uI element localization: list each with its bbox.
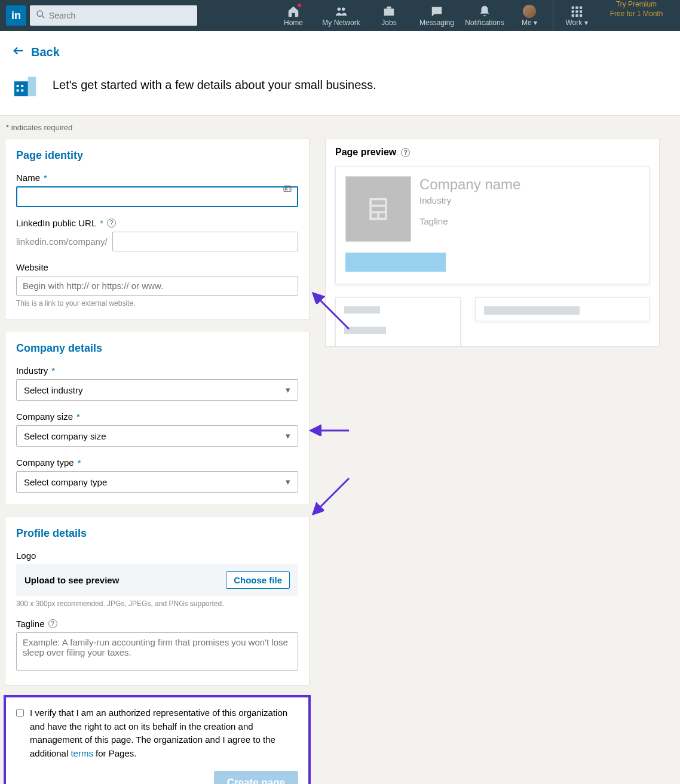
nav-label: Me ▾ bbox=[522, 19, 537, 27]
size-label: Company size * bbox=[16, 411, 298, 422]
chevron-down-icon: ▾ bbox=[286, 431, 290, 441]
back-row: Back bbox=[0, 31, 680, 71]
logo-hint: 300 x 300px recommended. JPGs, JPEGs, an… bbox=[16, 599, 298, 608]
preview-logo-placeholder bbox=[345, 176, 411, 242]
svg-rect-18 bbox=[21, 85, 23, 87]
nav-label: Messaging bbox=[419, 19, 454, 27]
help-icon[interactable]: ? bbox=[48, 619, 57, 628]
header-band: Let's get started with a few details abo… bbox=[0, 71, 680, 116]
svg-point-2 bbox=[338, 7, 341, 10]
nav-label: Work ▾ bbox=[565, 19, 587, 27]
svg-rect-19 bbox=[17, 90, 19, 92]
business-icon bbox=[12, 71, 39, 99]
size-select[interactable]: Select company size▾ bbox=[16, 425, 298, 447]
svg-point-22 bbox=[286, 187, 287, 189]
tagline-label: Tagline ? bbox=[16, 619, 298, 629]
card-company-details: Company details Industry * Select indust… bbox=[5, 331, 310, 505]
chevron-down-icon: ▾ bbox=[286, 476, 290, 487]
notification-dot-icon bbox=[297, 3, 302, 8]
svg-rect-5 bbox=[572, 6, 574, 8]
search-wrap bbox=[30, 5, 197, 26]
contact-card-icon bbox=[283, 184, 292, 196]
nav-items: Home My Network Jobs Messaging Notificat… bbox=[269, 0, 675, 31]
arrow-left-icon bbox=[12, 44, 25, 60]
nav-premium[interactable]: Try Premium Free for 1 Month bbox=[598, 0, 675, 31]
message-icon bbox=[430, 5, 443, 18]
nav-network[interactable]: My Network bbox=[317, 0, 365, 31]
annotation-arrow-icon bbox=[307, 425, 355, 436]
svg-rect-16 bbox=[28, 77, 36, 97]
people-icon bbox=[335, 5, 348, 18]
logo-label: Logo bbox=[16, 551, 298, 561]
svg-point-0 bbox=[37, 11, 42, 16]
search-input[interactable] bbox=[30, 5, 197, 26]
website-input[interactable] bbox=[16, 276, 298, 296]
section-title: Page identity bbox=[16, 149, 298, 162]
chevron-down-icon: ▾ bbox=[286, 385, 290, 395]
nav-jobs[interactable]: Jobs bbox=[365, 0, 413, 31]
svg-line-1 bbox=[42, 16, 44, 18]
svg-rect-17 bbox=[17, 85, 19, 87]
svg-rect-8 bbox=[572, 10, 574, 13]
required-note: * indicates required bbox=[0, 116, 680, 138]
svg-line-27 bbox=[313, 293, 349, 329]
nav-me[interactable]: Me ▾ bbox=[509, 0, 550, 31]
website-label: Website bbox=[16, 262, 298, 272]
bell-icon bbox=[478, 5, 491, 18]
card-page-identity: Page identity Name * LinkedIn public URL… bbox=[5, 138, 310, 320]
create-page-button[interactable]: Create page bbox=[214, 771, 298, 784]
nav-label: Jobs bbox=[381, 19, 396, 27]
website-hint: This is a link to your external website. bbox=[16, 299, 298, 308]
type-select[interactable]: Select company type▾ bbox=[16, 471, 298, 493]
svg-point-3 bbox=[342, 7, 345, 10]
page-title: Let's get started with a few details abo… bbox=[53, 78, 376, 92]
avatar-icon bbox=[523, 5, 536, 18]
svg-rect-13 bbox=[580, 14, 582, 17]
help-icon[interactable]: ? bbox=[401, 148, 410, 157]
top-nav: in Home My Network Jobs Messaging Notifi… bbox=[0, 0, 680, 31]
industry-select[interactable]: Select industry▾ bbox=[16, 379, 298, 401]
nav-notifications[interactable]: Notifications bbox=[461, 0, 509, 31]
nav-home[interactable]: Home bbox=[269, 0, 317, 31]
industry-label: Industry * bbox=[16, 365, 298, 376]
svg-rect-12 bbox=[575, 14, 578, 17]
svg-rect-15 bbox=[14, 81, 28, 96]
preview-industry: Industry bbox=[419, 195, 520, 205]
linkedin-logo[interactable]: in bbox=[6, 5, 26, 26]
svg-rect-9 bbox=[575, 10, 578, 13]
nav-work[interactable]: Work ▾ bbox=[556, 0, 598, 31]
back-link[interactable]: Back bbox=[12, 44, 60, 60]
choose-file-button[interactable]: Choose file bbox=[226, 571, 290, 589]
logo-upload-row: Upload to see preview Choose file bbox=[16, 564, 298, 596]
verify-text: I verify that I am an authorized represe… bbox=[30, 706, 298, 760]
verify-checkbox[interactable] bbox=[16, 708, 24, 718]
nav-label: My Network bbox=[322, 19, 360, 27]
svg-rect-7 bbox=[580, 6, 582, 8]
name-label: Name * bbox=[16, 173, 298, 183]
upload-text: Upload to see preview bbox=[24, 575, 119, 585]
svg-line-29 bbox=[313, 478, 349, 514]
nav-label: Home bbox=[284, 19, 303, 27]
annotation-arrow-icon bbox=[307, 472, 355, 520]
nav-divider bbox=[553, 0, 553, 31]
preview-company-name: Company name bbox=[419, 176, 520, 193]
card-profile-details: Profile details Logo Upload to see previ… bbox=[5, 516, 310, 685]
svg-rect-6 bbox=[575, 6, 578, 8]
preview-button-placeholder bbox=[345, 253, 446, 272]
url-input[interactable] bbox=[112, 232, 298, 251]
verify-box: I verify that I am an authorized represe… bbox=[5, 696, 310, 784]
tagline-input[interactable] bbox=[16, 632, 298, 671]
section-title: Profile details bbox=[16, 527, 298, 540]
help-icon[interactable]: ? bbox=[107, 219, 116, 227]
nav-messaging[interactable]: Messaging bbox=[413, 0, 461, 31]
section-title: Company details bbox=[16, 342, 298, 355]
type-label: Company type * bbox=[16, 457, 298, 468]
grid-icon bbox=[571, 5, 583, 18]
annotation-arrow-icon bbox=[307, 287, 355, 335]
name-input[interactable] bbox=[16, 186, 298, 207]
terms-link[interactable]: terms bbox=[71, 748, 93, 758]
svg-rect-20 bbox=[21, 90, 23, 92]
search-icon bbox=[36, 10, 45, 21]
preview-skeleton bbox=[335, 297, 650, 347]
url-label: LinkedIn public URL * ? bbox=[16, 218, 298, 228]
